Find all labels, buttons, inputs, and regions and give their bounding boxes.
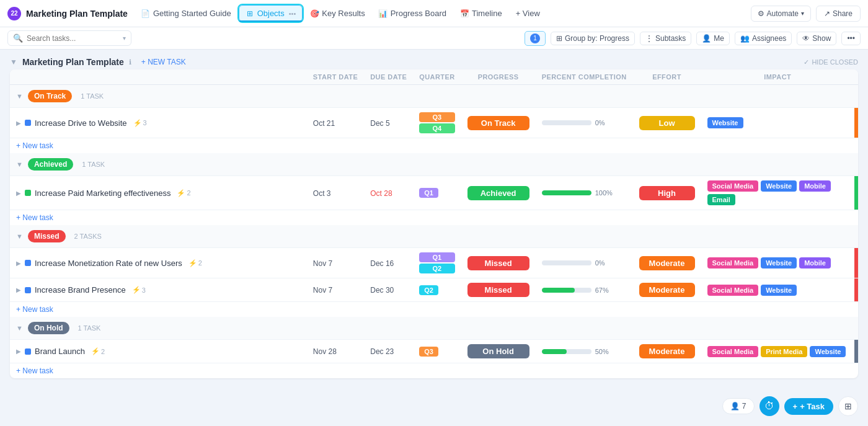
tab-timeline[interactable]: 📅 Timeline [454,6,508,21]
expand-icon[interactable]: ▶ [16,190,21,197]
new-task-row[interactable]: + New task [10,138,858,154]
app-logo: 22 [7,7,21,20]
group-label: Missed [28,230,66,242]
group-stripe [854,340,858,363]
filter-button[interactable]: 1 [525,31,546,46]
group-chevron-icon[interactable]: ▼ [16,324,23,332]
tab-key-results[interactable]: 🎯 Key Results [304,6,371,21]
table-row: ▶ Increase Monetization Rate of new User… [10,248,858,278]
quarter-badge: Q3 [419,347,438,357]
task-name[interactable]: Brand Launch [35,347,85,356]
impact-cell: Social MediaWebsiteMobile [701,248,854,278]
show-button[interactable]: 👁 Show [797,32,836,45]
new-task-row[interactable]: + New task [10,302,858,317]
table-row: ▶ Increase Brand Presence ⚡ 3 Nov 7 Dec … [10,278,858,302]
automate-button[interactable]: ⚙ Automate ▾ [751,6,811,22]
new-task-button[interactable]: + NEW TASK [141,58,186,66]
task-name[interactable]: Increase Monetization Rate of new Users [35,259,182,268]
new-task-row[interactable]: + New task [10,210,858,226]
task-counter[interactable]: 👤 7 [722,398,755,414]
hide-closed-button[interactable]: ✓ HIDE CLOSED [804,58,858,66]
task-name[interactable]: Increase Paid Marketing effectiveness [35,189,170,198]
filter-badge: 1 [530,33,540,43]
task-name[interactable]: Increase Brand Presence [35,285,126,295]
group-chevron-icon[interactable]: ▼ [16,233,23,240]
share-button[interactable]: ↗ Share [816,6,861,22]
info-icon[interactable]: ℹ [129,58,131,66]
section-chevron-icon[interactable]: ▼ [10,58,17,66]
automate-icon: ⚙ [758,9,764,18]
quarter-cell: Q3Q4 [413,108,461,138]
progress-pill: On Track [467,116,529,130]
search-icon: 🔍 [13,33,23,43]
percent-text: 100% [595,189,613,197]
group-row-on-track: ▼ On Track 1 TASK [10,85,858,108]
grid-view-button[interactable]: ⊞ [838,396,858,416]
subtask-icon: ⚡ [188,259,197,267]
effort-pill: Moderate [639,344,695,358]
expand-icon[interactable]: ▶ [16,260,21,267]
percent-cell: 0% [536,108,633,138]
expand-icon[interactable]: ▶ [16,120,21,126]
col-stripe [854,69,858,85]
impact-tag: Print Media [761,346,807,357]
subtasks-icon: ⋮ [645,34,653,43]
task-name-cell: ▶ Increase Brand Presence ⚡ 3 [10,278,307,302]
subtasks-button[interactable]: ⋮ Subtasks [640,32,691,45]
due-date: Dec 30 [364,278,413,302]
assignees-button[interactable]: 👥 Assignees [735,32,792,45]
section-title: Marketing Plan Template [22,57,124,67]
toolbar-right: 1 ⊞ Group by: Progress ⋮ Subtasks 👤 Me 👥… [525,31,861,46]
check-icon: ✓ [804,58,809,66]
new-task-label[interactable]: + New task [10,138,858,154]
tab-progress-board[interactable]: 📊 Progress Board [373,6,453,21]
percent-text: 50% [595,348,609,355]
percent-cell: 67% [536,278,633,302]
me-button[interactable]: 👤 Me [696,32,730,45]
effort-cell: High [633,176,701,210]
group-row-achieved: ▼ Achieved 1 TASK [10,153,858,176]
search-chevron-icon[interactable]: ▾ [123,35,126,42]
subtask-count: ⚡ 3 [133,119,147,127]
more-options-button[interactable]: ••• [841,32,861,45]
col-due-date: DUE DATE [364,69,413,85]
progress-cell: Missed [461,278,536,302]
group-chevron-icon[interactable]: ▼ [16,161,23,168]
search-box[interactable]: 🔍 ▾ [7,30,131,46]
plus-icon: + [793,402,798,411]
group-chevron-icon[interactable]: ▼ [16,92,23,100]
topbar-tabs: 📄 Getting Started Guide ⊞ Objects ••• 🎯 … [135,5,748,22]
task-table: START DATE DUE DATE QUARTER PROGRESS PER… [10,69,858,378]
tab-more-icon[interactable]: ••• [289,10,296,17]
task-name[interactable]: Increase Drive to Website [35,118,127,128]
effort-cell: Moderate [633,248,701,278]
percent-cell: 100% [536,176,633,210]
percent-cell: 0% [536,248,633,278]
percent-text: 0% [595,259,605,267]
timer-button[interactable]: ⏱ [760,396,779,416]
percent-text: 67% [595,286,609,294]
new-task-row[interactable]: + New task [10,363,858,379]
tab-objects[interactable]: ⊞ Objects ••• [239,5,303,22]
group-row-on-hold: ▼ On Hold 1 TASK [10,317,858,340]
progress-cell: On Hold [461,340,536,363]
group-label: On Hold [28,322,69,334]
board-icon: 📊 [379,9,388,18]
new-task-label[interactable]: + New task [10,302,858,317]
new-task-label[interactable]: + New task [10,363,858,379]
start-date: Nov 7 [307,278,364,302]
percent-bar-bg [542,120,591,125]
add-task-button[interactable]: + + Task [784,398,833,415]
group-task-count: 1 TASK [81,92,104,100]
task-dot [25,260,31,266]
tab-getting-started[interactable]: 📄 Getting Started Guide [135,6,237,21]
group-by-button[interactable]: ⊞ Group by: Progress [551,32,635,45]
topbar: 22 Marketing Plan Template 📄 Getting Sta… [0,0,868,27]
impact-tag: Mobile [799,257,831,268]
new-task-label[interactable]: + New task [10,210,858,226]
expand-icon[interactable]: ▶ [16,348,21,355]
effort-pill: High [639,186,695,200]
add-view-button[interactable]: + View [510,6,546,21]
expand-icon[interactable]: ▶ [16,286,21,293]
search-input[interactable] [27,34,119,43]
